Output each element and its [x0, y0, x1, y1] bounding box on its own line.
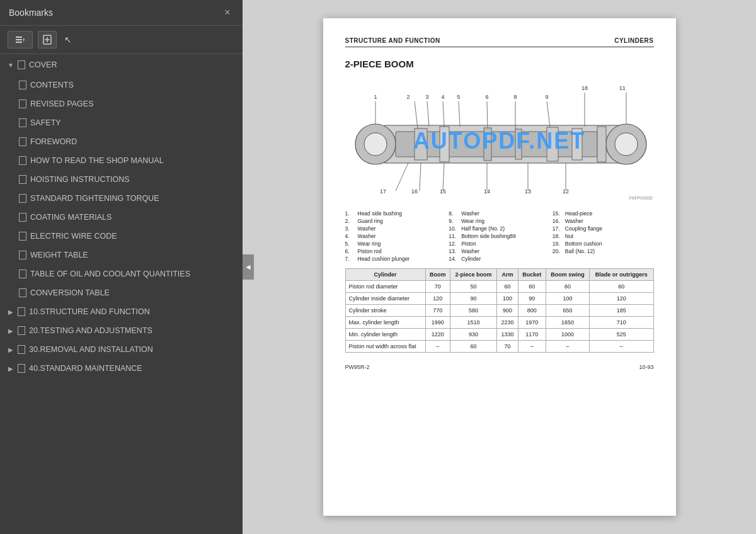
svg-rect-13	[415, 128, 427, 160]
svg-line-41	[396, 163, 408, 191]
legend-col-3: 15.Head-piece 16.Washer 17.Coupling flan…	[553, 210, 654, 262]
svg-text:2: 2	[406, 94, 410, 100]
bookmark-item-revised-pages[interactable]: REVISED PAGES	[0, 94, 243, 113]
bookmark-item-structure[interactable]: ▶ 10.STRUCTURE AND FUNCTION	[0, 302, 243, 321]
svg-text:1: 1	[374, 94, 377, 100]
sidebar: Bookmarks × ↖ ▼ COVER CONTENTS REVISED P…	[0, 0, 243, 534]
bookmark-item-maintenance[interactable]: ▶ 40.STANDARD MAINTENANCE	[0, 359, 243, 378]
cell-label-piston-rod: Piston rod diameter	[345, 281, 425, 293]
svg-rect-15	[484, 128, 491, 161]
svg-text:8: 8	[513, 94, 517, 100]
table-header-bucket: Bucket	[518, 269, 546, 281]
bookmark-label-weight: WEIGHT TABLE	[30, 251, 88, 259]
expand-arrow-structure[interactable]: ▶	[6, 307, 15, 316]
svg-text:9: 9	[545, 94, 548, 100]
cell-blade-stroke: 185	[590, 305, 653, 317]
expand-arrow-removal[interactable]: ▶	[6, 345, 15, 354]
part-13: 13.Washer	[449, 248, 550, 254]
cell-boom-min-length: 1220	[425, 329, 450, 341]
bookmark-item-foreword[interactable]: FOREWORD	[0, 132, 243, 151]
page-chapter-label: CYLINDERS	[614, 37, 653, 44]
cell-bucket-min-length: 1170	[518, 329, 546, 341]
cell-label-nut-width: Piston nut width across flat	[345, 341, 425, 353]
svg-text:6: 6	[485, 94, 488, 100]
svg-rect-18	[572, 128, 582, 160]
page-footer: PW95R-2 10-93	[345, 361, 654, 370]
bookmark-item-tightening[interactable]: STANDARD TIGHTENING TORQUE	[0, 189, 243, 208]
cell-arm-stroke: 900	[497, 305, 518, 317]
part-4: 4.Washer	[345, 233, 447, 239]
cylinder-data-table: Cylinder Boom 2-piece boom Arm Bucket Bo…	[345, 268, 654, 353]
part-3: 3.Washer	[345, 225, 447, 232]
bookmark-label-how-to-read: HOW TO READ THE SHOP MANUAL	[30, 156, 164, 165]
page-header: STRUCTURE AND FUNCTION CYLINDERS	[345, 37, 654, 47]
svg-text:11: 11	[619, 85, 625, 91]
main-content: ◄ STRUCTURE AND FUNCTION CYLINDERS 2-PIE…	[243, 0, 756, 534]
svg-text:16: 16	[411, 188, 417, 195]
expand-arrow-cover[interactable]: ▼	[6, 60, 15, 69]
svg-line-43	[420, 163, 421, 191]
cell-blade-piston-rod: 60	[590, 281, 653, 293]
part-6: 6.Piston rod	[345, 248, 447, 254]
bookmark-item-conversion[interactable]: CONVERSION TABLE	[0, 283, 243, 302]
bookmark-item-removal[interactable]: ▶ 30.REMOVAL AND INSTALLATION	[0, 340, 243, 359]
svg-text:5: 5	[457, 94, 460, 100]
cell-arm-piston-rod: 60	[497, 281, 518, 293]
cell-bucket-nut-width: –	[518, 341, 546, 353]
close-button[interactable]: ×	[221, 6, 234, 19]
cell-label-min-length: Min. cylinder length	[345, 329, 425, 341]
cell-boom-stroke: 770	[425, 305, 450, 317]
cell-blade-inside-diameter: 120	[590, 293, 653, 305]
bookmark-item-contents[interactable]: CONTENTS	[0, 76, 243, 94]
cell-2piece-max-length: 1510	[450, 317, 496, 329]
bookmark-item-safety[interactable]: SAFETY	[0, 113, 243, 132]
bookmark-view-dropdown[interactable]	[8, 31, 33, 48]
sidebar-title: Bookmarks	[9, 8, 53, 18]
svg-text:18: 18	[581, 85, 587, 91]
part-18: 18.Nut	[553, 233, 654, 239]
cell-blade-min-length: 525	[590, 329, 653, 341]
part-20: 20.Ball (No. 12)	[553, 248, 654, 254]
bookmark-item-oil-coolant[interactable]: TABLE OF OIL AND COOLANT QUANTITIES	[0, 264, 243, 283]
svg-line-25	[427, 101, 429, 127]
bookmark-label-oil-coolant: TABLE OF OIL AND COOLANT QUANTITIES	[30, 270, 190, 278]
bookmark-label-maintenance: 40.STANDARD MAINTENANCE	[29, 364, 142, 373]
bookmark-icon-conversion	[19, 288, 26, 297]
cell-2piece-piston-rod: 50	[450, 281, 496, 293]
bookmark-label-foreword: FOREWORD	[30, 137, 77, 146]
svg-line-29	[459, 101, 460, 127]
bookmark-item-testing[interactable]: ▶ 20.TESTING AND ADJUSTMENTS	[0, 321, 243, 340]
bookmark-item-cover[interactable]: ▼ COVER	[0, 54, 243, 76]
expand-arrow-maintenance[interactable]: ▶	[6, 364, 15, 373]
bookmark-label-tightening: STANDARD TIGHTENING TORQUE	[30, 194, 159, 203]
svg-rect-19	[597, 127, 606, 162]
new-bookmark-button[interactable]	[38, 31, 57, 48]
page-container: STRUCTURE AND FUNCTION CYLINDERS 2-PIECE…	[323, 18, 676, 516]
bookmark-label-conversion: CONVERSION TABLE	[30, 288, 110, 297]
cell-boom-nut-width: –	[425, 341, 450, 353]
cell-blade-nut-width: –	[590, 341, 653, 353]
bookmark-icon-how-to-read	[19, 156, 26, 165]
bookmark-item-weight[interactable]: WEIGHT TABLE	[0, 246, 243, 264]
bookmark-item-coating[interactable]: COATING MATERIALS	[0, 208, 243, 227]
bookmark-label-hoisting: HOISTING INSTRUCTIONS	[30, 175, 130, 184]
table-row-stroke: Cylinder stroke 770 580 900 800 650 185	[345, 305, 653, 317]
bookmark-item-how-to-read[interactable]: HOW TO READ THE SHOP MANUAL	[0, 151, 243, 170]
part-9: 9.Wear ring	[449, 218, 550, 224]
part-8: 8.Washer	[449, 210, 550, 217]
legend-col-2: 8.Washer 9.Wear ring 10.Half flange (No.…	[449, 210, 550, 262]
bookmark-icon-oil-coolant	[19, 270, 26, 278]
bookmark-icon-hoisting	[19, 175, 26, 184]
cell-boom-piston-rod: 70	[425, 281, 450, 293]
svg-rect-14	[440, 127, 449, 162]
table-header-boom: Boom	[425, 269, 450, 281]
expand-arrow-testing[interactable]: ▶	[6, 326, 15, 335]
part-19: 19.Bottom cushion	[553, 241, 654, 247]
bookmark-item-electric-wire[interactable]: ELECTRIC WIRE CODE	[0, 227, 243, 246]
collapse-sidebar-tab[interactable]: ◄	[243, 254, 254, 280]
bookmark-item-hoisting[interactable]: HOISTING INSTRUCTIONS	[0, 170, 243, 189]
cell-arm-min-length: 1330	[497, 329, 518, 341]
svg-text:4: 4	[441, 94, 444, 100]
cell-bucket-inside-diameter: 90	[518, 293, 546, 305]
bookmark-icon-revised-pages	[19, 99, 26, 108]
